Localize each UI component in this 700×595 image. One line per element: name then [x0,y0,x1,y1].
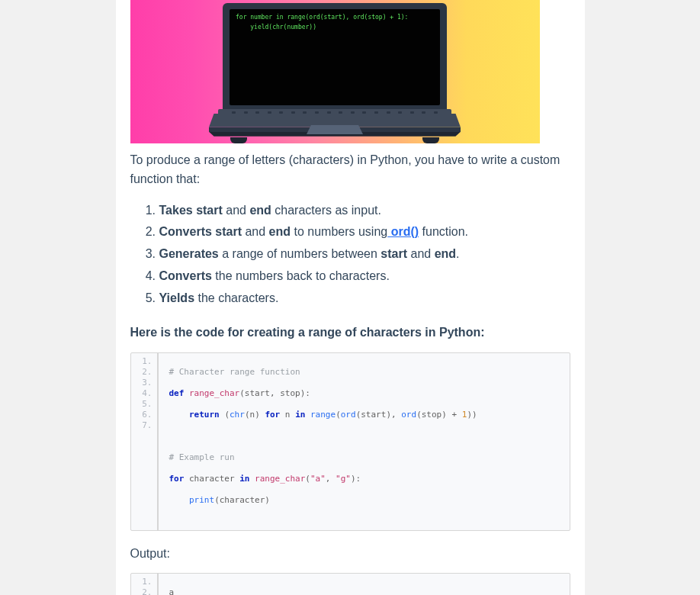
ord-link[interactable]: ord() [387,225,419,238]
step-text: and [407,247,435,260]
tok-builtin: print [189,495,214,505]
tok-function-name: range_char [255,474,305,484]
tok-indent [169,410,190,420]
tok-string: "g" [336,474,351,484]
step-text: function. [419,225,468,238]
tok-ident: start [245,388,270,398]
output-line: a [169,587,210,595]
tok-ident: start [361,410,386,420]
tok-punct: ( [416,410,422,420]
tok-function-name: range_char [189,388,239,398]
code-lines: a b c d e f g [159,574,210,595]
line-number: 3. [131,378,153,388]
code-lines: # Character range function def range_cha… [159,353,477,530]
tok-punct: )) [467,410,477,420]
tok-keyword: return [189,410,220,420]
tok-punct: ( [239,388,245,398]
steps-list: Takes start and end characters as input.… [130,200,570,310]
tok-punct: ): [351,474,361,484]
step-text: a range of numbers between [219,247,381,260]
laptop-keyboard-deck [209,114,461,139]
laptop-illustration: for number in range(ord(start), ord(stop… [205,0,464,143]
tok-punct: ): [300,388,310,398]
tok-ident: stop [422,410,442,420]
line-number: 7. [131,420,153,431]
line-number: 1. [131,356,153,367]
code-line: # Character range function [169,367,477,378]
step-item-3: Generates a range of numbers between sta… [159,243,570,265]
line-number: 1. [131,577,153,587]
code-block-function: 1. 2. 3. 4. 5. 6. 7. # Character range f… [130,352,570,531]
step-bold: Converts start [159,225,242,238]
tok-keyword: in [295,410,305,420]
tok-punct: ( [224,410,230,420]
tok-punct: ), [386,410,401,420]
step-text: . [456,247,459,260]
tok-builtin: chr [230,410,245,420]
tok-keyword: in [239,474,249,484]
step-bold: Yields [159,291,195,304]
hero-code-line-2: yield(chr(number)) [236,22,434,32]
step-item-2: Converts start and end to numbers using … [159,221,570,243]
step-bold: Converts [159,269,212,282]
tok-punct: ) [255,410,265,420]
laptop-screen-bezel: for number in range(ord(start), ord(stop… [223,3,447,110]
code-line: print(character) [169,495,477,506]
tok-punct: ( [214,495,220,505]
step-bold: end [269,225,291,238]
code-line [169,431,477,442]
laptop-screen: for number in range(ord(start), ord(stop… [230,9,440,105]
tok-keyword: for [265,410,280,420]
tok-punct: , [326,474,336,484]
line-number: 2. [131,367,153,378]
code-line: # Example run [169,452,477,463]
step-bold: Takes start [159,204,223,217]
tok-punct: ( [336,410,341,420]
tok-sp [305,410,310,420]
page-container: for number in range(ord(start), ord(stop… [0,0,700,595]
hero-code-line-1: for number in range(ord(start), ord(stop… [236,12,434,22]
tok-builtin: ord [401,410,416,420]
hero-image: for number in range(ord(start), ord(stop… [130,0,540,143]
tok-punct: ) [442,410,451,420]
step-text: the numbers back to characters. [212,269,390,282]
tok-builtin: ord [341,410,356,420]
step-bold: start [381,247,407,260]
tok-ident: character [184,474,239,484]
code-line: def range_char(start, stop): [169,388,477,399]
step-text: and [223,204,250,217]
step-bold: end [249,204,271,217]
step-text: characters as input. [271,204,381,217]
article-content: for number in range(ord(start), ord(stop… [130,0,570,595]
tok-keyword: def [169,388,185,398]
line-number: 5. [131,399,153,410]
tok-builtin: range [310,410,336,420]
tok-keyword: for [169,474,185,484]
code-gutter: 1. 2. 3. 4. 5. 6. 7. [131,574,159,595]
line-number: 2. [131,587,153,595]
line-number: 4. [131,388,153,399]
code-line: return (chr(n) for n in range(ord(start)… [169,410,477,420]
step-item-1: Takes start and end characters as input. [159,200,570,222]
tok-string: "a" [310,474,326,484]
code-heading: Here is the code for creating a range of… [130,323,570,343]
line-number: 6. [131,410,153,420]
step-item-5: Yields the characters. [159,288,570,310]
code-line: for character in range_char("a", "g"): [169,474,477,484]
tok-comment: # Example run [169,452,235,462]
laptop-trackpad [307,125,363,134]
intro-paragraph: To produce a range of letters (character… [130,151,570,189]
step-text: the characters. [194,291,278,304]
code-gutter: 1. 2. 3. 4. 5. 6. 7. [131,353,159,530]
step-bold: Generates [159,247,219,260]
tok-sp [457,410,462,420]
tok-punct: , [270,388,280,398]
tok-punct: ( [305,474,310,484]
tok-ident: n [280,410,295,420]
step-item-4: Converts the numbers back to characters. [159,265,570,288]
tok-ident: character [220,495,265,505]
tok-ident: stop [280,388,300,398]
tok-comment: # Character range function [169,367,300,377]
step-bold: end [435,247,456,260]
step-text: and [242,225,269,238]
